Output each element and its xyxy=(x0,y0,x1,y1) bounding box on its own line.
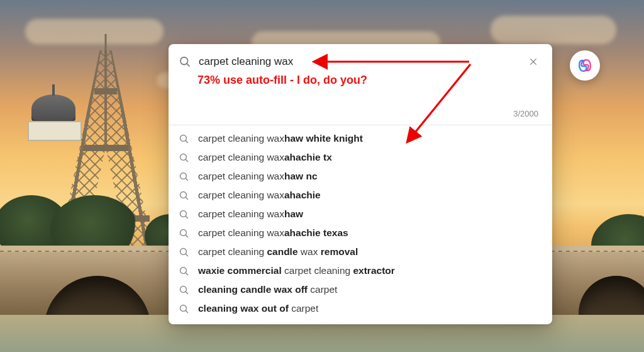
search-icon xyxy=(179,55,191,68)
svg-point-0 xyxy=(180,57,188,65)
search-icon xyxy=(179,152,189,163)
search-input[interactable] xyxy=(197,55,518,69)
svg-line-15 xyxy=(186,234,188,237)
close-icon xyxy=(529,57,538,66)
suggestion-text: carpet cleaning waxahachie tx xyxy=(198,152,332,163)
suggestion-text: carpet cleaning waxhaw nc xyxy=(198,171,318,182)
search-icon xyxy=(179,190,189,201)
suggestion-item[interactable]: waxie commercial carpet cleaning extract… xyxy=(169,261,552,280)
svg-point-12 xyxy=(180,210,186,217)
char-counter: 3/2000 xyxy=(513,109,538,118)
svg-line-13 xyxy=(186,215,188,218)
svg-point-8 xyxy=(180,173,186,179)
svg-line-5 xyxy=(186,140,188,142)
svg-line-9 xyxy=(186,178,188,180)
suggestion-item[interactable]: carpet cleaning waxahachie texas xyxy=(169,224,552,242)
suggestion-item[interactable]: carpet cleaning waxhaw nc xyxy=(169,167,552,186)
search-icon xyxy=(179,133,189,144)
svg-line-7 xyxy=(186,159,188,161)
svg-line-1 xyxy=(187,64,190,67)
svg-point-14 xyxy=(180,229,186,236)
suggestion-text: carpet cleaning waxhaw white knight xyxy=(198,133,363,144)
svg-point-22 xyxy=(180,305,186,311)
svg-line-23 xyxy=(186,310,188,312)
svg-point-20 xyxy=(180,286,186,292)
svg-line-17 xyxy=(186,253,188,256)
svg-line-11 xyxy=(186,196,188,199)
suggestion-list: carpet cleaning waxhaw white knightcarpe… xyxy=(169,125,552,324)
svg-point-16 xyxy=(180,248,186,254)
suggestion-item[interactable]: carpet cleaning candle wax removal xyxy=(169,242,552,261)
search-panel: 73% use auto-fill - I do, do you? 3/2000… xyxy=(169,44,552,324)
copilot-button[interactable] xyxy=(570,50,600,81)
suggestion-text: cleaning wax out of carpet xyxy=(198,303,318,314)
search-bar xyxy=(179,53,542,71)
search-icon xyxy=(179,171,189,182)
suggestion-text: carpet cleaning waxahachie texas xyxy=(198,227,348,239)
svg-point-6 xyxy=(180,154,186,160)
svg-line-19 xyxy=(186,272,188,275)
svg-line-21 xyxy=(186,291,188,293)
suggestion-item[interactable]: carpet cleaning waxhaw white knight xyxy=(169,129,552,148)
svg-point-4 xyxy=(180,135,186,141)
copilot-icon xyxy=(576,57,594,74)
suggestion-text: waxie commercial carpet cleaning extract… xyxy=(198,265,395,276)
search-icon xyxy=(179,266,189,276)
suggestion-item[interactable]: cleaning candle wax off carpet xyxy=(169,280,552,299)
search-icon xyxy=(179,247,189,258)
suggestion-item[interactable]: carpet cleaning waxahachie tx xyxy=(169,148,552,167)
clear-button[interactable] xyxy=(525,53,542,71)
suggestion-text: carpet cleaning candle wax removal xyxy=(198,246,358,258)
annotation-text: 73% use auto-fill - I do, do you? xyxy=(197,73,502,88)
suggestion-text: carpet cleaning waxhaw xyxy=(198,208,303,220)
search-icon xyxy=(179,209,189,220)
suggestion-item[interactable]: carpet cleaning waxahachie xyxy=(169,186,552,205)
svg-point-10 xyxy=(180,191,186,198)
search-icon xyxy=(179,304,189,314)
search-icon xyxy=(179,285,189,295)
svg-point-18 xyxy=(180,267,186,273)
search-icon xyxy=(179,228,189,239)
suggestion-item[interactable]: carpet cleaning waxhaw xyxy=(169,205,552,224)
suggestion-text: cleaning candle wax off carpet xyxy=(198,284,337,295)
suggestion-item[interactable]: cleaning wax out of carpet xyxy=(169,299,552,318)
suggestion-text: carpet cleaning waxahachie xyxy=(198,190,321,201)
